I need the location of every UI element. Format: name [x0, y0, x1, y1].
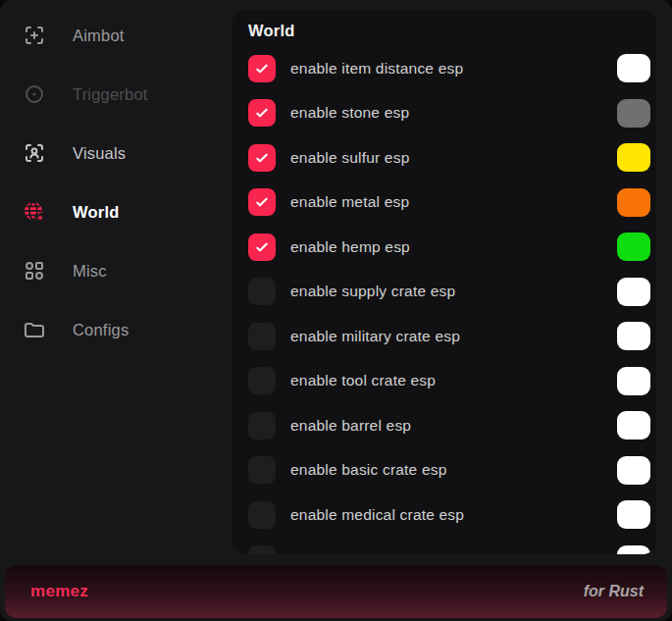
checkbox-label: enable barrel esp — [290, 417, 411, 435]
sidebar-item-label: Misc — [73, 262, 107, 281]
esp-checkbox[interactable] — [248, 278, 276, 305]
color-swatch[interactable] — [617, 99, 650, 128]
sidebar-item-triggerbot[interactable]: Triggerbot — [0, 65, 233, 124]
color-swatch[interactable] — [617, 54, 650, 82]
checkbox-row: enable sulfur esp — [233, 135, 656, 181]
color-swatch[interactable] — [617, 322, 650, 350]
esp-checkbox[interactable] — [248, 367, 276, 394]
esp-checkbox[interactable] — [248, 188, 276, 216]
color-swatch[interactable] — [617, 233, 650, 261]
esp-checkbox[interactable] — [248, 323, 276, 350]
checkbox-label: enable hemp esp — [290, 238, 410, 256]
sidebar-item-label: World — [73, 203, 119, 222]
sidebar-item-misc[interactable]: Misc — [0, 241, 233, 300]
esp-checkbox[interactable] — [248, 456, 276, 484]
visuals-icon — [22, 140, 47, 166]
checkbox-label: enable item distance esp — [290, 60, 463, 78]
checkbox-label: enable stone esp — [290, 104, 409, 122]
sidebar-item-world[interactable]: World — [0, 182, 233, 241]
color-swatch[interactable] — [617, 500, 650, 529]
checkbox-row: enable hemp esp — [233, 225, 656, 270]
checkbox-row: enable barrel esp — [233, 403, 656, 448]
triggerbot-icon — [22, 81, 47, 107]
esp-checkbox[interactable] — [248, 144, 276, 172]
sidebar-item-label: Aimbot — [73, 26, 125, 45]
esp-checkbox[interactable] — [248, 55, 276, 82]
checkbox-row: enable tool crate esp — [233, 359, 656, 404]
color-swatch[interactable] — [617, 278, 650, 306]
color-swatch[interactable] — [617, 188, 650, 217]
checkbox-label: enable supply crate esp — [290, 283, 455, 300]
main-panel: World enable item distance espenable sto… — [233, 10, 656, 554]
world-icon — [22, 199, 47, 225]
sidebar-item-label: Visuals — [73, 144, 126, 163]
sidebar-item-label: Configs — [73, 321, 129, 339]
checkbox-label: enable sulfur esp — [290, 149, 409, 167]
esp-checkbox[interactable] — [248, 545, 276, 554]
tagline-text: for Rust — [584, 583, 644, 600]
esp-checkbox[interactable] — [248, 233, 276, 261]
checkbox-label: enable tool crate esp — [290, 372, 436, 389]
brand-text: memez — [30, 582, 88, 601]
page-title: World — [248, 22, 656, 40]
checkbox-row: enable metal esp — [233, 181, 656, 226]
color-swatch[interactable] — [617, 411, 650, 440]
checkbox-row: enable supply crate esp — [233, 270, 656, 315]
sidebar-item-configs[interactable]: Configs — [0, 300, 233, 359]
sidebar-item-label: Triggerbot — [73, 85, 148, 104]
color-swatch[interactable] — [617, 456, 650, 485]
checkbox-label: enable medical crate esp — [290, 506, 464, 524]
color-swatch[interactable] — [617, 545, 650, 554]
checkbox-row: enable basic crate esp — [233, 448, 656, 493]
esp-checkbox[interactable] — [248, 501, 276, 529]
esp-settings-list: enable item distance espenable stone esp… — [233, 46, 656, 554]
checkbox-row — [233, 538, 656, 555]
esp-checkbox[interactable] — [248, 99, 276, 127]
color-swatch[interactable] — [617, 143, 650, 172]
aimbot-icon — [22, 23, 47, 48]
cheat-menu-window: AimbotTriggerbotVisualsWorldMiscConfigs … — [0, 0, 672, 621]
checkbox-row: enable medical crate esp — [233, 492, 656, 538]
color-swatch[interactable] — [617, 367, 650, 395]
configs-icon — [22, 317, 47, 342]
footer-bar: memez for Rust — [5, 565, 667, 618]
esp-checkbox[interactable] — [248, 412, 276, 440]
sidebar-item-aimbot[interactable]: Aimbot — [0, 6, 233, 65]
checkbox-label: enable basic crate esp — [290, 461, 447, 479]
sidebar-item-visuals[interactable]: Visuals — [0, 124, 233, 182]
sidebar: AimbotTriggerbotVisualsWorldMiscConfigs — [0, 6, 233, 359]
checkbox-row: enable item distance esp — [233, 46, 656, 91]
checkbox-row: enable military crate esp — [233, 314, 656, 359]
checkbox-label: enable military crate esp — [290, 328, 460, 345]
checkbox-label: enable metal esp — [290, 193, 409, 211]
checkbox-row: enable stone esp — [233, 91, 656, 136]
misc-icon — [22, 258, 47, 284]
